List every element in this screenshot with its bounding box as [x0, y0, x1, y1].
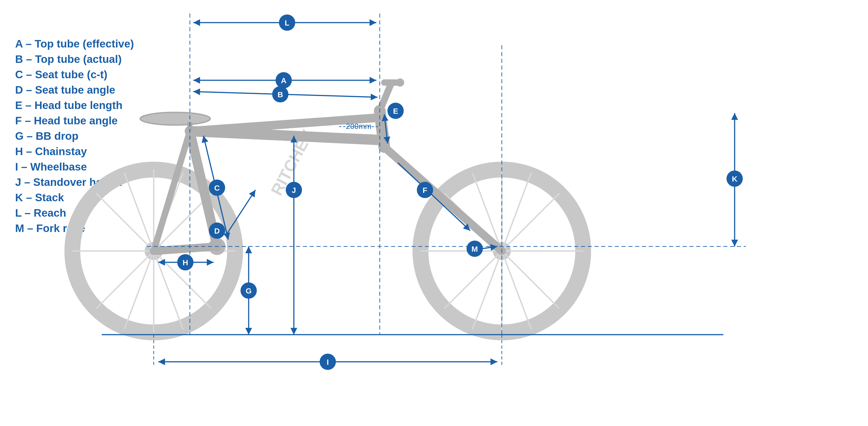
svg-line-23 — [444, 251, 502, 309]
legend-item-E: E – Head tube length — [15, 99, 123, 111]
anno-L-text: L — [285, 19, 289, 27]
svg-line-26 — [502, 251, 531, 329]
legend-item-H: H – Chainstay — [15, 145, 87, 157]
svg-line-24 — [502, 173, 531, 251]
anno-I-text: I — [327, 358, 329, 366]
anno-B-text: B — [278, 90, 283, 99]
legend-item-B: B – Top tube (actual) — [15, 53, 122, 65]
anno-E-text: E — [393, 107, 398, 115]
bike-diagram: A – Top tube (effective) B – Top tube (a… — [0, 0, 868, 426]
anno-F-text: F — [423, 186, 428, 194]
legend-item-D: D – Seat tube angle — [15, 84, 115, 96]
svg-line-27 — [472, 251, 502, 329]
anno-D-text: D — [214, 226, 220, 235]
legend-item-C: C – Seat tube (c-t) — [15, 68, 107, 81]
fork — [384, 147, 502, 251]
svg-line-9 — [96, 193, 154, 251]
svg-line-20 — [502, 193, 559, 251]
svg-line-15 — [124, 251, 154, 329]
legend-item-G: G – BB drop — [15, 130, 79, 142]
handlebar-grip — [396, 79, 404, 87]
legend-item-F: F – Head tube angle — [15, 115, 118, 127]
svg-line-13 — [124, 173, 154, 251]
saddle — [140, 112, 210, 125]
legend-item-A: A – Top tube (effective) — [15, 38, 134, 50]
anno-J-text: J — [292, 186, 296, 194]
svg-line-11 — [96, 251, 154, 309]
legend-item-I: I – Wheelbase — [15, 161, 87, 173]
anno-A-text: A — [281, 76, 287, 85]
legend-item-L: L – Reach — [15, 207, 66, 219]
anno-M-text: M — [471, 245, 478, 253]
down-tube — [190, 131, 384, 140]
anno-H-text: H — [183, 258, 188, 267]
anno-G-text: G — [246, 286, 252, 295]
head-tube — [380, 111, 384, 147]
anno-K-text: K — [732, 175, 738, 183]
svg-line-22 — [502, 251, 559, 309]
anno-C-text: C — [214, 184, 220, 192]
measurement-200mm: 200mm — [346, 122, 371, 130]
chainstay — [154, 246, 217, 251]
legend-item-K: K – Stack — [15, 191, 64, 204]
